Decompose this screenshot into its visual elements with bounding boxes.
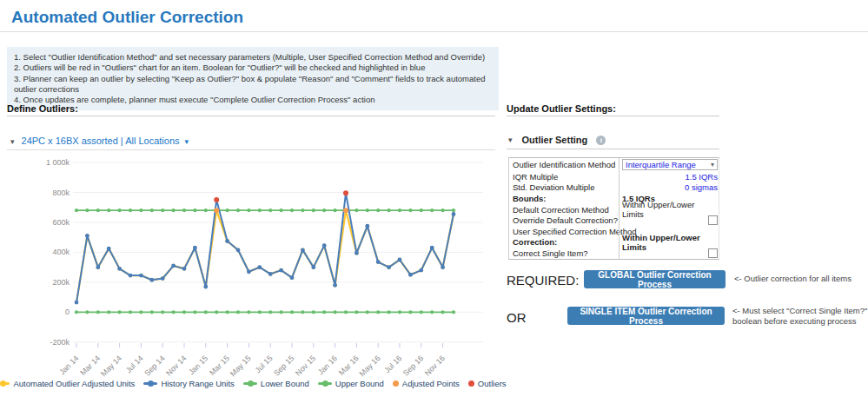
legend-marker-icon xyxy=(468,380,474,387)
svg-text:May 16: May 16 xyxy=(358,354,382,377)
setting-label: Correct Single Item? xyxy=(509,248,619,258)
legend-item[interactable]: History Range Units xyxy=(143,379,234,388)
selector-dropdown-caret-icon[interactable]: ▾ xyxy=(185,137,189,146)
define-outliers-divider xyxy=(7,116,495,116)
svg-text:Jul 16: Jul 16 xyxy=(382,354,403,374)
setting-label: Correction: xyxy=(509,237,619,247)
legend-label: Upper Bound xyxy=(335,379,384,388)
settings-row: Override Default Correction? xyxy=(509,215,719,226)
settings-row: Correct Single Item? xyxy=(509,248,719,259)
outlier-setting-title: Outlier Setting xyxy=(522,135,588,145)
setting-value: Within Upper/Lower Limits xyxy=(619,204,719,215)
instructions-box: 1. Select "Outlier Identification Method… xyxy=(7,47,499,110)
item-selector-label[interactable]: 24PC x 16BX assorted | All Locations xyxy=(22,136,180,146)
dropdown-caret-icon[interactable] xyxy=(711,160,714,170)
svg-text:-200k: -200k xyxy=(50,338,70,347)
chart-legend: Automated Outlier Adjusted UnitsHistory … xyxy=(7,379,495,388)
svg-text:Sep 15: Sep 15 xyxy=(272,354,295,377)
title-divider xyxy=(0,31,868,32)
svg-text:Jul 14: Jul 14 xyxy=(124,354,145,374)
legend-item[interactable]: Adjusted Points xyxy=(393,379,460,388)
instruction-line: 4. Once updates are complete, planner mu… xyxy=(14,95,492,105)
svg-text:May 15: May 15 xyxy=(229,354,253,377)
legend-label: History Range Units xyxy=(161,379,234,388)
setting-value[interactable]: 1.5 IQRs xyxy=(619,171,719,182)
outlier-settings-table: Outlier Identification MethodInterquarti… xyxy=(508,157,719,260)
svg-text:Jul 15: Jul 15 xyxy=(254,354,275,374)
svg-text:Mar 16: Mar 16 xyxy=(337,354,361,377)
setting-label: Bounds: xyxy=(509,194,619,203)
legend-label: Outliers xyxy=(478,379,507,388)
legend-item[interactable]: Upper Bound xyxy=(318,379,384,388)
settings-row: Outlier Identification MethodInterquarti… xyxy=(509,158,719,171)
legend-item[interactable]: Outliers xyxy=(468,379,507,388)
legend-marker-icon xyxy=(143,382,157,385)
settings-row: IQR Multiple1.5 IQRs xyxy=(509,171,719,182)
setting-value xyxy=(619,248,719,259)
svg-text:Sep 14: Sep 14 xyxy=(142,354,166,377)
legend-label: Automated Outlier Adjusted Units xyxy=(13,379,135,388)
legend-marker-icon xyxy=(243,382,257,385)
setting-label: User Specified Correction Method xyxy=(509,227,619,236)
svg-text:400k: 400k xyxy=(52,248,70,256)
or-label: OR xyxy=(507,310,527,325)
setting-label: Override Default Correction? xyxy=(509,215,619,225)
settings-row: Correction:Within Upper/Lower Limits xyxy=(509,237,719,248)
legend-item[interactable]: Automated Outlier Adjusted Units xyxy=(0,379,135,388)
identification-method-dropdown[interactable]: Interquartile Range xyxy=(622,159,718,170)
instruction-line: 3. Planner can keep an outlier by select… xyxy=(14,74,492,96)
setting-label: Default Correction Method xyxy=(509,205,619,215)
outliers-chart-svg: 1 000k800k600k400k200k0-200kJan 14Mar 14… xyxy=(7,153,495,377)
single-item-outlier-correction-button[interactable]: SINGLE ITEM Outlier Correction Process xyxy=(567,307,725,325)
svg-text:1 000k: 1 000k xyxy=(46,158,70,167)
settings-row: Std. Deviation Multiple0 sigmas xyxy=(509,182,719,194)
define-outliers-heading: Define Outliers: xyxy=(7,103,78,114)
legend-marker-icon xyxy=(393,380,399,387)
svg-text:Mar 14: Mar 14 xyxy=(78,354,102,377)
setting-label: Std. Deviation Multiple xyxy=(509,182,619,192)
instruction-line: 2. Outliers will be red in "Outliers" ch… xyxy=(14,63,492,73)
setting-value xyxy=(619,215,719,226)
update-settings-divider xyxy=(507,116,719,116)
update-settings-heading: Update Outlier Settings: xyxy=(507,103,616,114)
settings-row: Default Correction MethodWithin Upper/Lo… xyxy=(509,204,719,215)
svg-text:Nov 15: Nov 15 xyxy=(294,354,317,377)
svg-text:Jan 15: Jan 15 xyxy=(187,354,209,376)
legend-label: Adjusted Points xyxy=(402,379,460,388)
svg-text:0: 0 xyxy=(65,308,70,316)
svg-text:Sep 16: Sep 16 xyxy=(401,354,425,377)
global-outlier-correction-button[interactable]: GLOBAL Outlier Correction Process xyxy=(584,270,726,288)
svg-text:Jan 16: Jan 16 xyxy=(316,354,339,376)
legend-item[interactable]: Lower Bound xyxy=(243,379,309,388)
svg-text:Mar 15: Mar 15 xyxy=(208,354,231,377)
item-location-selector[interactable]: ▾24PC x 16BX assorted | All Locations▾ xyxy=(10,136,189,146)
setting-value[interactable]: 0 sigmas xyxy=(619,182,719,194)
setting-value: Within Upper/Lower Limits xyxy=(619,237,719,248)
legend-marker-icon xyxy=(318,382,332,385)
svg-text:Nov 14: Nov 14 xyxy=(164,354,188,377)
setting-checkbox[interactable] xyxy=(708,215,718,225)
outlier-setting-divider xyxy=(507,149,719,149)
info-icon[interactable] xyxy=(596,136,606,145)
legend-marker-icon xyxy=(0,382,10,385)
svg-text:200k: 200k xyxy=(52,278,70,287)
required-label: REQUIRED: xyxy=(507,273,579,288)
outlier-setting-section: ▾ Outlier Setting xyxy=(508,135,606,145)
single-button-note: <- Must select "Correct Single Item?" bo… xyxy=(732,306,867,327)
setting-checkbox[interactable] xyxy=(708,248,718,258)
global-button-note: <- Outlier correction for all items xyxy=(734,274,851,284)
svg-text:May 14: May 14 xyxy=(99,354,123,377)
section-collapse-caret-icon[interactable]: ▾ xyxy=(508,136,513,144)
svg-text:600k: 600k xyxy=(52,218,70,227)
setting-label: Outlier Identification Method xyxy=(509,160,619,169)
svg-text:800k: 800k xyxy=(52,189,70,197)
outliers-chart: 1 000k800k600k400k200k0-200kJan 14Mar 14… xyxy=(7,153,495,377)
legend-label: Lower Bound xyxy=(261,379,309,388)
svg-text:Jan 14: Jan 14 xyxy=(57,354,80,376)
collapse-caret-icon[interactable]: ▾ xyxy=(10,137,15,146)
setting-value: Interquartile Range xyxy=(619,158,719,171)
instruction-line: 1. Select "Outlier Identification Method… xyxy=(14,52,492,63)
page-title: Automated Outlier Correction xyxy=(11,8,243,27)
setting-label: IQR Multiple xyxy=(509,172,619,182)
selector-divider xyxy=(7,149,495,150)
